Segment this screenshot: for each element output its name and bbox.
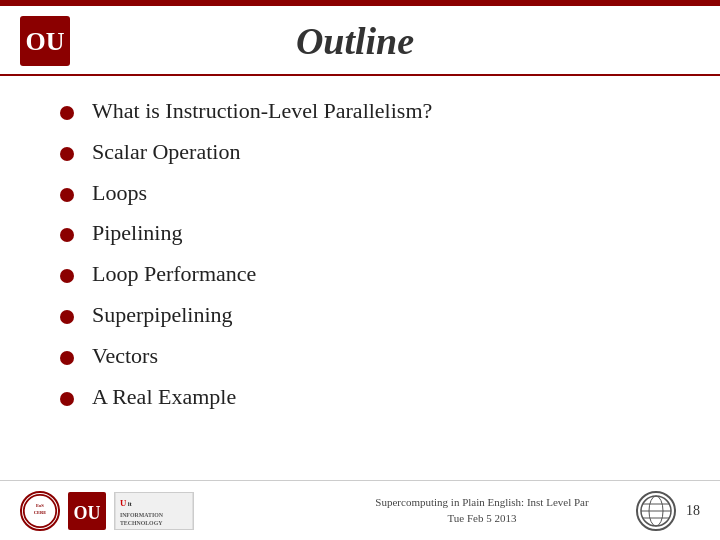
footer-caption-line1: Supercomputing in Plain English: Inst Le… xyxy=(328,495,636,510)
list-item-text: Vectors xyxy=(92,341,158,372)
slide: OU Outline What is Instruction-Level Par… xyxy=(0,0,720,540)
outline-list: What is Instruction-Level Parallelism? S… xyxy=(60,96,660,412)
svg-text:EoS: EoS xyxy=(36,503,44,508)
bullet-icon xyxy=(60,106,74,120)
bullet-icon xyxy=(60,228,74,242)
bullet-icon xyxy=(60,147,74,161)
list-item: A Real Example xyxy=(60,382,660,413)
list-item: Pipelining xyxy=(60,218,660,249)
svg-text:INFORMATION: INFORMATION xyxy=(120,511,164,517)
footer-right: 18 xyxy=(636,491,700,531)
footer-logos: EoS CERE OU U it INFORMATION TECHNOLOGY xyxy=(20,491,328,531)
bullet-icon xyxy=(60,392,74,406)
list-item-text: What is Instruction-Level Parallelism? xyxy=(92,96,432,127)
header: OU Outline xyxy=(0,6,720,76)
page-number: 18 xyxy=(686,503,700,519)
footer-caption-line2: Tue Feb 5 2013 xyxy=(328,511,636,526)
bullet-icon xyxy=(60,310,74,324)
list-item: Superpipelining xyxy=(60,300,660,331)
svg-text:OU: OU xyxy=(74,503,101,523)
list-item-text: Superpipelining xyxy=(92,300,233,331)
content-area: What is Instruction-Level Parallelism? S… xyxy=(0,76,720,480)
list-item: Scalar Operation xyxy=(60,137,660,168)
svg-text:U: U xyxy=(120,498,127,508)
list-item: Vectors xyxy=(60,341,660,372)
eoscere-logo: EoS CERE xyxy=(20,491,60,531)
bullet-icon xyxy=(60,188,74,202)
svg-text:CERE: CERE xyxy=(34,509,47,514)
slide-title: Outline xyxy=(70,19,690,63)
svg-text:OU: OU xyxy=(26,27,65,56)
list-item-text: Loop Performance xyxy=(92,259,256,290)
list-item-text: A Real Example xyxy=(92,382,236,413)
list-item: Loops xyxy=(60,178,660,209)
list-item-text: Loops xyxy=(92,178,147,209)
svg-text:TECHNOLOGY: TECHNOLOGY xyxy=(120,519,163,525)
bullet-icon xyxy=(60,269,74,283)
it-logo: U it INFORMATION TECHNOLOGY xyxy=(114,492,194,530)
ou-logo: OU xyxy=(20,16,70,66)
list-item-text: Pipelining xyxy=(92,218,182,249)
globe-icon xyxy=(636,491,676,531)
list-item-text: Scalar Operation xyxy=(92,137,240,168)
bullet-icon xyxy=(60,351,74,365)
footer: EoS CERE OU U it INFORMATION TECHNOLOGY xyxy=(0,480,720,540)
list-item: What is Instruction-Level Parallelism? xyxy=(60,96,660,127)
list-item: Loop Performance xyxy=(60,259,660,290)
footer-caption: Supercomputing in Plain English: Inst Le… xyxy=(328,495,636,526)
svg-text:it: it xyxy=(128,500,133,507)
ou-footer-logo: OU xyxy=(68,492,106,530)
